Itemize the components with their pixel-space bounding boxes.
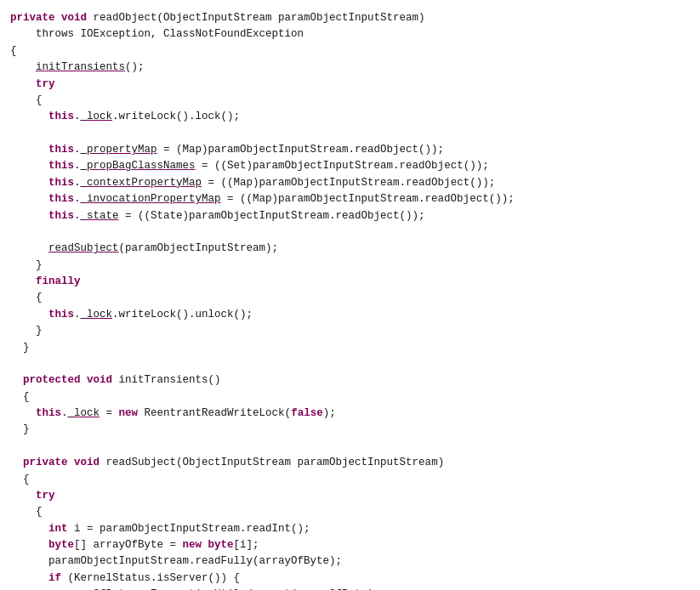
code-line: this._invocationPropertyMap = ((Map)para… bbox=[0, 191, 700, 207]
code-line: this._lock.writeLock().unlock(); bbox=[0, 307, 700, 323]
code-line: finally bbox=[0, 274, 700, 290]
code-line: try bbox=[0, 488, 700, 504]
code-line: { bbox=[0, 290, 700, 306]
code-line: try bbox=[0, 77, 700, 93]
code-line: this._propBagClassNames = ((Set)paramObj… bbox=[0, 158, 700, 174]
code-line: byte[] arrayOfByte = new byte[i]; bbox=[0, 537, 700, 553]
code-line: arrayOfByte = EncryptionUtil.decrypt(arr… bbox=[0, 587, 700, 590]
code-line: } bbox=[0, 340, 700, 356]
code-line: throws IOException, ClassNotFoundExcepti… bbox=[0, 26, 700, 43]
code-line bbox=[0, 356, 700, 372]
code-line: } bbox=[0, 258, 700, 274]
code-line: private void readObject(ObjectInputStrea… bbox=[0, 10, 700, 26]
code-line: this._lock.writeLock().lock(); bbox=[0, 109, 700, 125]
code-line bbox=[0, 439, 700, 455]
code-line: this._lock = new ReentrantReadWriteLock(… bbox=[0, 406, 700, 422]
code-line: initTransients(); bbox=[0, 60, 700, 76]
code-line: paramObjectInputStream.readFully(arrayOf… bbox=[0, 553, 700, 570]
code-line: this._contextPropertyMap = ((Map)paramOb… bbox=[0, 175, 700, 191]
code-line: { bbox=[0, 504, 700, 520]
code-line: protected void initTransients() bbox=[0, 372, 700, 389]
code-line bbox=[0, 126, 700, 142]
code-line: this._propertyMap = (Map)paramObjectInpu… bbox=[0, 142, 700, 158]
code-line: this._state = ((State)paramObjectInputSt… bbox=[0, 208, 700, 224]
code-line: readSubject(paramObjectInputStream); bbox=[0, 241, 700, 257]
code-line: { bbox=[0, 43, 700, 60]
code-editor: private void readObject(ObjectInputStrea… bbox=[0, 7, 700, 590]
code-line: { bbox=[0, 93, 700, 109]
code-line: private void readSubject(ObjectInputStre… bbox=[0, 455, 700, 471]
code-line: if (KernelStatus.isServer()) { bbox=[0, 570, 700, 587]
code-line: } bbox=[0, 422, 700, 438]
code-line: { bbox=[0, 472, 700, 488]
code-line: int i = paramObjectInputStream.readInt()… bbox=[0, 521, 700, 537]
code-line: { bbox=[0, 389, 700, 406]
code-line bbox=[0, 224, 700, 241]
code-line: } bbox=[0, 323, 700, 339]
